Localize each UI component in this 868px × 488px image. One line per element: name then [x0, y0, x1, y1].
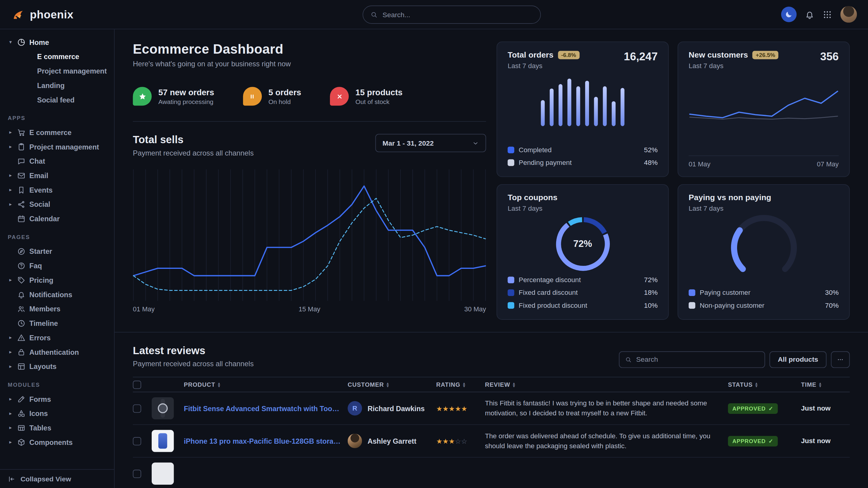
paying-gauge-chart	[722, 213, 805, 273]
global-search-input[interactable]	[382, 11, 533, 19]
check-icon: ✓	[769, 405, 773, 412]
product-thumbnail[interactable]	[152, 397, 174, 419]
x-axis-label: 01 May	[133, 305, 155, 313]
users-icon	[17, 304, 26, 313]
notifications-button[interactable]	[805, 10, 814, 19]
collapse-label: Collapsed View	[21, 475, 71, 483]
sidebar-item-e-commerce[interactable]: ▸E commerce	[8, 125, 111, 139]
theme-toggle-button[interactable]	[781, 7, 797, 22]
sidebar-item-home[interactable]: ▾Home	[8, 35, 111, 50]
sidebar-subitem-e-commerce[interactable]: E commerce	[8, 49, 111, 64]
box-icon	[17, 438, 26, 446]
order-bar	[612, 101, 616, 126]
column-header-time[interactable]: TIME▴▾	[801, 381, 850, 388]
delta-badge: +26.5%	[752, 51, 779, 59]
x-axis-label: 07 May	[817, 160, 839, 168]
sidebar-item-starter[interactable]: Starter	[8, 244, 111, 258]
row-checkbox[interactable]	[133, 469, 142, 478]
sidebar-subitem-landing[interactable]: Landing	[8, 78, 111, 93]
review-row: Fitbit Sense Advanced Smartwatch with To…	[133, 392, 850, 425]
order-bar	[567, 79, 571, 126]
sidebar-item-notifications[interactable]: Notifications	[8, 287, 111, 302]
all-products-button[interactable]: All products	[769, 352, 826, 368]
user-avatar[interactable]	[840, 6, 857, 23]
sidebar-item-layouts[interactable]: ▸Layouts	[8, 359, 111, 373]
legend-label: Completed	[519, 146, 640, 154]
column-header-rating[interactable]: RATING▴▾	[436, 381, 485, 388]
sidebar-item-label: Icons	[29, 409, 48, 418]
collapse-view-toggle[interactable]: Collapsed View	[0, 469, 114, 488]
star-filled-icon: ★	[442, 405, 449, 413]
legend-swatch	[507, 289, 514, 296]
total-orders-card: Total orders -6.8% Last 7 days 16,247 Co…	[496, 42, 669, 177]
sidebar-item-chat[interactable]: Chat	[8, 154, 111, 168]
order-bar	[576, 86, 580, 126]
sidebar-item-label: Forms	[29, 395, 51, 403]
sidebar-nav: ▾HomeE commerceProject managementLanding…	[0, 29, 114, 469]
sidebar-item-authentication[interactable]: ▸Authentication	[8, 345, 111, 359]
sidebar-item-icons[interactable]: ▸Icons	[8, 406, 111, 421]
moon-icon	[785, 10, 793, 19]
sidebar-item-events[interactable]: ▸Events	[8, 183, 111, 197]
page-subtitle: Here's what's going on at your business …	[133, 60, 486, 68]
more-options-button[interactable]	[831, 352, 849, 368]
check-icon: ✓	[769, 438, 773, 444]
sidebar-subitem-social-feed[interactable]: Social feed	[8, 93, 111, 107]
product-link[interactable]: iPhone 13 pro max-Pacific Blue-128GB sto…	[184, 437, 341, 445]
card-period: Last 7 days	[688, 205, 771, 213]
column-header-status[interactable]: STATUS▴▾	[728, 381, 801, 388]
sidebar-item-label: Authentication	[29, 348, 79, 356]
sidebar-item-label: Members	[29, 304, 60, 313]
phoenix-logo-icon	[11, 7, 26, 22]
bell-icon	[805, 10, 814, 19]
stat-value: 57 new orders	[158, 88, 214, 97]
sidebar-item-email[interactable]: ▸Email	[8, 168, 111, 183]
order-bar	[585, 81, 589, 126]
legend-value: 48%	[644, 159, 657, 167]
caret-icon: ▸	[8, 277, 13, 283]
global-search[interactable]	[363, 5, 541, 24]
sidebar-item-tables[interactable]: ▸Tables	[8, 421, 111, 435]
new-customers-card: New customers +26.5% Last 7 days 356 01 …	[678, 42, 850, 177]
sidebar-item-timeline[interactable]: Timeline	[8, 316, 111, 330]
reviews-search-input[interactable]	[636, 356, 759, 363]
card-title: Top coupons	[507, 193, 557, 202]
reviews-search[interactable]	[619, 352, 765, 368]
bookmark-icon	[17, 186, 26, 194]
star-filled-icon: ★	[442, 437, 449, 445]
brand[interactable]: phoenix	[11, 7, 73, 22]
product-thumbnail[interactable]	[152, 462, 174, 484]
sidebar-subitem-project-management[interactable]: Project management	[8, 64, 111, 78]
chart-pie-icon	[17, 38, 26, 46]
star-empty-icon: ☆	[455, 437, 461, 445]
sidebar-item-calendar[interactable]: Calendar	[8, 211, 111, 226]
row-checkbox[interactable]	[133, 404, 142, 413]
column-header-product[interactable]: PRODUCT▴▾	[184, 381, 347, 388]
select-all-checkbox[interactable]	[133, 380, 142, 389]
apps-grid-button[interactable]	[823, 10, 832, 19]
date-range-select[interactable]: Mar 1 - 31, 2022	[375, 134, 486, 152]
help-icon	[17, 261, 26, 270]
sort-icon: ▴▾	[755, 382, 757, 387]
sidebar-item-label: Notifications	[29, 290, 72, 299]
sidebar-item-pricing[interactable]: ▸Pricing	[8, 273, 111, 287]
product-link[interactable]: Fitbit Sense Advanced Smartwatch with To…	[184, 404, 341, 413]
reviews-table-body: Fitbit Sense Advanced Smartwatch with To…	[133, 392, 850, 488]
stat-caption: Awating processing	[158, 99, 214, 105]
sidebar-item-forms[interactable]: ▸Forms	[8, 392, 111, 406]
sidebar-item-errors[interactable]: ▸Errors	[8, 330, 111, 345]
product-thumbnail[interactable]	[152, 430, 174, 452]
review-text: This Fitbit is fantastic! I was trying t…	[485, 398, 728, 419]
column-header-customer[interactable]: CUSTOMER▴▾	[348, 381, 436, 388]
sidebar-item-faq[interactable]: Faq	[8, 258, 111, 273]
sidebar-item-social[interactable]: ▸Social	[8, 197, 111, 211]
sidebar-item-components[interactable]: ▸Components	[8, 435, 111, 449]
row-checkbox[interactable]	[133, 437, 142, 445]
stat-value: 5 orders	[269, 88, 301, 97]
sidebar-item-members[interactable]: Members	[8, 301, 111, 316]
caret-icon: ▸	[8, 201, 13, 207]
column-header-review[interactable]: REVIEW▴▾	[485, 381, 728, 388]
sidebar-item-project-management[interactable]: ▸Project management	[8, 139, 111, 154]
caret-icon: ▸	[8, 363, 13, 369]
dashboard-cards: Total orders -6.8% Last 7 days 16,247 Co…	[496, 42, 849, 320]
